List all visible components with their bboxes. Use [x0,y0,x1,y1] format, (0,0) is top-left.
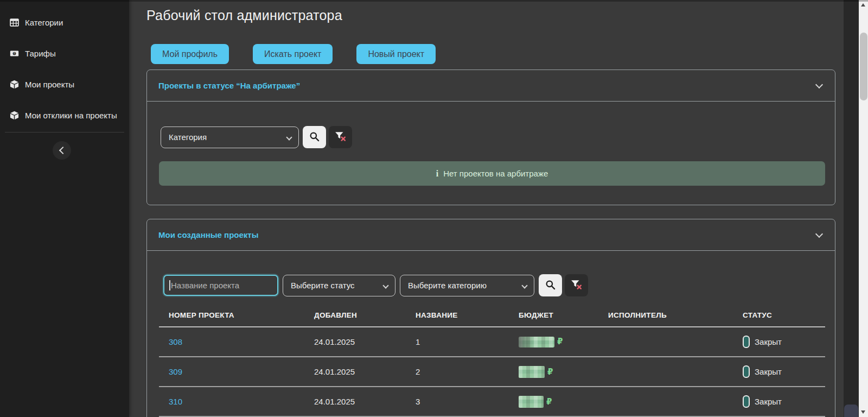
arbitration-category-select[interactable]: Категория [161,127,299,148]
sidebar-item-my-responses[interactable]: Мои отклики на проекты [0,106,129,124]
category-select[interactable]: Выберите категорию [400,275,534,296]
status-select[interactable]: Выберите статус [283,275,395,296]
project-number-link[interactable]: 310 [169,397,182,406]
project-added-date: 24.01.2025 [304,357,406,387]
my-projects-panel-header[interactable]: Мои созданные проекты [147,219,835,251]
scrollbar-thumb[interactable] [860,33,867,100]
filter-clear-icon [335,131,346,143]
arbitration-panel: Проекты в статусе “На арбитраже” Категор… [146,70,835,205]
empty-arbitration-message: Нет проектов на арбитраже [443,169,548,178]
window-top-edge [0,0,868,2]
status-closed-icon [743,395,750,408]
status-label: Закрыт [755,367,782,376]
projects-search-button[interactable] [539,274,562,296]
sidebar-item-tariffs[interactable]: 0 Тарифы [0,44,129,62]
col-header-status: СТАТУС [733,305,825,327]
project-executor [598,357,733,387]
search-project-button[interactable]: Искать проект [253,44,333,64]
ruble-sign: ₽ [557,337,563,347]
box-icon [10,80,19,89]
chevron-down-icon [815,80,823,88]
scroll-up-arrow[interactable] [861,3,865,7]
redacted-budget [519,366,545,378]
sidebar-collapse-button[interactable] [53,141,71,160]
category-select-control[interactable]: Выберите категорию [400,275,534,296]
text-caret [169,280,170,290]
col-header-number: НОМЕР ПРОЕКТА [159,305,304,327]
arbitration-panel-header[interactable]: Проекты в статусе “На арбитраже” [147,70,835,102]
sidebar-item-label: Тарифы [25,49,56,58]
scroll-down-arrow[interactable] [861,410,865,414]
table-row: 310 24.01.2025 3 ₽ Закрыт [159,387,825,416]
page-title: Рабочий стол администратора [146,8,342,23]
project-budget: ₽ [509,387,598,416]
empty-arbitration-banner: i Нет проектов на арбитраже [159,161,825,186]
table-row: 309 24.01.2025 2 ₽ Закрыт [159,357,825,387]
project-status: Закрыт [733,387,825,416]
status-select-control[interactable]: Выберите статус [283,275,395,296]
col-header-executor: ИСПОЛНИТЕЛЬ [598,305,733,327]
my-profile-button[interactable]: Мой профиль [151,44,229,64]
project-budget: ₽ [509,327,598,357]
project-status: Закрыт [733,357,825,387]
project-status: Закрыт [733,327,825,357]
arbitration-search-button[interactable] [303,126,326,148]
arbitration-panel-title: Проекты в статусе “На арбитраже” [158,81,300,90]
col-header-added: ДОБАВЛЕН [304,305,406,327]
status-label: Закрыт [755,337,782,346]
search-icon [309,131,320,143]
banknote-icon: 0 [10,49,19,58]
chevron-down-icon [815,230,823,237]
sidebar-item-label: Категории [25,18,63,27]
quick-actions: Мой профиль Искать проект Новый проект [151,44,436,64]
col-header-budget: БЮДЖЕТ [509,305,598,327]
sidebar-item-my-projects[interactable]: Мои проекты [0,75,129,93]
sidebar-item-label: Мои отклики на проекты [25,111,117,120]
sidebar: Категории 0 Тарифы Мои проекты [0,0,129,417]
new-project-button[interactable]: Новый проект [356,44,436,64]
box-icon [10,111,19,120]
arbitration-filter-row: Категория [161,126,352,148]
filter-clear-icon [571,280,582,292]
status-closed-icon [743,365,750,378]
status-label: Закрыт [755,397,782,406]
status-closed-icon [743,336,750,348]
sidebar-item-categories[interactable]: Категории [0,13,129,31]
projects-table: НОМЕР ПРОЕКТА ДОБАВЛЕН НАЗВАНИЕ БЮДЖЕТ И… [159,305,825,417]
arbitration-category-select-control[interactable]: Категория [161,127,298,148]
search-icon [545,280,556,292]
table-header-row: НОМЕР ПРОЕКТА ДОБАВЛЕН НАЗВАНИЕ БЮДЖЕТ И… [159,305,825,327]
project-name: 2 [406,357,509,387]
col-header-name: НАЗВАНИЕ [406,305,509,327]
redacted-budget [519,396,544,408]
svg-text:0: 0 [14,52,15,55]
sidebar-item-label: Мои проекты [25,80,74,89]
ruble-sign: ₽ [547,367,553,377]
table-row: 308 24.01.2025 1 ₽ Закрыт [159,327,825,357]
project-added-date: 24.01.2025 [304,387,406,416]
arbitration-clear-filter-button[interactable] [329,126,352,148]
projects-filter-row: Выберите статус Выберите категорию [163,274,588,296]
project-executor [598,387,733,416]
admin-dashboard: Категории 0 Тарифы Мои проекты [0,0,868,417]
my-projects-panel: Мои созданные проекты Выберите статус Вы… [146,219,835,417]
my-projects-panel-title: Мои созданные проекты [158,230,259,239]
project-name: 3 [406,387,509,416]
project-number-link[interactable]: 308 [169,337,182,346]
info-icon: i [436,169,438,179]
project-number-link[interactable]: 309 [169,367,182,376]
floating-button-partial[interactable] [844,405,858,417]
ruble-sign: ₽ [546,397,552,407]
project-executor [598,327,733,357]
right-gutter [844,0,859,417]
redacted-budget [519,337,554,348]
table-grid-icon [10,18,19,27]
sidebar-divider [5,132,124,132]
project-budget: ₽ [509,357,598,387]
chevron-left-icon [59,147,66,154]
project-added-date: 24.01.2025 [304,327,406,357]
project-name-input[interactable] [163,275,278,296]
scrollbar[interactable] [859,0,868,417]
project-name: 1 [406,327,509,357]
projects-clear-filter-button[interactable] [565,274,588,296]
